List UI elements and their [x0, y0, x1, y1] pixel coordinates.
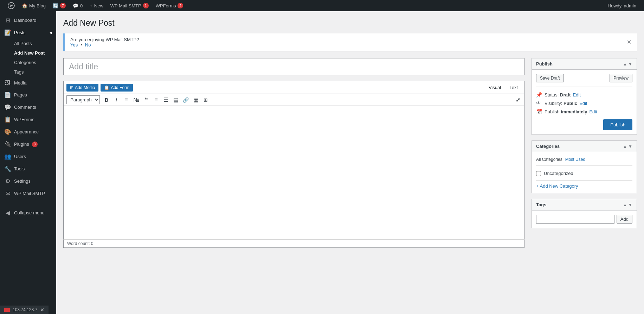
adminbar-site[interactable]: 🏠 My Blog	[18, 0, 49, 11]
notice-text: Are you enjoying WP Mail SMTP?	[70, 37, 139, 42]
align-left-button[interactable]: ≡	[152, 96, 161, 104]
adminbar-comments[interactable]: 💬 0	[69, 0, 86, 11]
text-tab[interactable]: Text	[506, 83, 521, 92]
adminbar-new[interactable]: + New	[86, 0, 107, 11]
add-tag-button[interactable]: Add	[617, 215, 632, 224]
italic-button[interactable]: I	[112, 96, 121, 104]
sidebar-item-posts[interactable]: 📝 Posts ◀	[0, 26, 56, 39]
table-button[interactable]: ▦	[191, 96, 200, 104]
notice-close-button[interactable]: ✕	[627, 39, 631, 45]
unordered-list-button[interactable]: ≡	[122, 96, 131, 104]
sidebar-item-appearance[interactable]: 🎨 Appearance	[0, 126, 56, 138]
editor-word-count: Word count: 0	[63, 239, 524, 248]
publish-panel-body: Save Draft Preview 📌 Status: Draft Edit …	[532, 70, 637, 134]
categories-tabs: All Categories Most Used	[536, 156, 632, 166]
sidebar-item-wpforms[interactable]: 📋 WPForms	[0, 113, 56, 126]
sidebar-item-settings[interactable]: ⚙ Settings	[0, 175, 56, 187]
media-icon: 🖼	[4, 80, 11, 86]
paragraph-select[interactable]: Paragraph	[66, 95, 100, 104]
wp-mail-notice: Are you enjoying WP Mail SMTP? Yes • No …	[63, 33, 637, 51]
all-categories-tab[interactable]: All Categories	[536, 156, 562, 163]
category-uncategorized: Uncategorized	[536, 169, 632, 177]
sidebar-item-all-posts[interactable]: All Posts	[0, 39, 56, 48]
comments-menu-icon: 💬	[4, 104, 11, 111]
tags-panel-header[interactable]: Tags ▲ ▼	[532, 199, 637, 211]
ip-bar: 103.74.123.7 ✕	[0, 306, 49, 314]
publish-time-edit-link[interactable]: Edit	[589, 109, 597, 114]
most-used-tab[interactable]: Most Used	[565, 156, 585, 163]
ip-close-button[interactable]: ✕	[40, 307, 44, 313]
sidebar-item-users[interactable]: 👥 Users	[0, 150, 56, 163]
notice-yes-link[interactable]: Yes	[70, 42, 78, 48]
home-icon: 🏠	[22, 3, 27, 8]
wpforms-badge: 2	[178, 3, 183, 8]
save-draft-button[interactable]: Save Draft	[536, 74, 564, 82]
tags-panel-toggle: ▲ ▼	[623, 202, 632, 207]
sidebar-item-add-new-post[interactable]: Add New Post	[0, 48, 56, 58]
wpforms-icon: 📋	[4, 116, 11, 123]
posts-icon: 📝	[4, 29, 11, 36]
bold-button[interactable]: B	[102, 96, 111, 104]
visual-tab[interactable]: Visual	[485, 83, 504, 92]
status-icon: 📌	[536, 92, 542, 98]
format-toolbar: Paragraph B I ≡ № ❝ ≡ ☰ ▤ 🔗 ▦ ⊞ ⤢	[63, 94, 524, 106]
align-center-button[interactable]: ☰	[161, 95, 170, 104]
sidebar-item-categories[interactable]: Categories	[0, 58, 56, 67]
sidebar-item-dashboard[interactable]: ⊞ Dashboard	[0, 14, 56, 26]
status-edit-link[interactable]: Edit	[573, 92, 580, 98]
tags-input[interactable]	[536, 215, 614, 224]
updates-icon: 🔄	[53, 3, 58, 8]
tags-panel: Tags ▲ ▼ Add	[532, 199, 637, 228]
add-media-icon: ⊞	[70, 85, 73, 90]
insert-button[interactable]: ⊞	[201, 96, 210, 104]
appearance-icon: 🎨	[4, 128, 11, 135]
visibility-edit-link[interactable]: Edit	[579, 101, 587, 106]
editor-content-area[interactable]	[63, 106, 524, 239]
wpmail-badge: 1	[143, 3, 149, 8]
categories-panel-body: All Categories Most Used Uncategorized +…	[532, 152, 637, 193]
visibility-icon: 👁	[536, 100, 542, 106]
adminbar-wp-logo[interactable]: W	[4, 0, 18, 11]
editor-toolbar-top: ⊞ Add Media 📋 Add Form Visual Text	[63, 81, 524, 94]
notice-no-link[interactable]: No	[85, 42, 91, 48]
plus-icon: +	[90, 3, 92, 8]
sidebar-item-pages[interactable]: 📄 Pages	[0, 89, 56, 101]
sidebar-item-tags[interactable]: Tags	[0, 67, 56, 77]
users-icon: 👥	[4, 153, 11, 160]
updates-badge: 7	[60, 3, 66, 8]
blockquote-button[interactable]: ❝	[142, 95, 151, 104]
settings-icon: ⚙	[4, 178, 11, 184]
sidebar-collapse-menu[interactable]: ◀ Collapse menu	[0, 207, 56, 219]
wpmail-icon: ✉	[4, 190, 11, 197]
calendar-icon: 📅	[536, 109, 542, 114]
categories-panel-header[interactable]: Categories ▲ ▼	[532, 141, 637, 152]
sidebar-item-media[interactable]: 🖼 Media	[0, 77, 56, 89]
post-sidebar: Publish ▲ ▼ Save Draft Preview 📌 Status:…	[532, 58, 637, 248]
add-new-category-link[interactable]: + Add New Category	[536, 180, 632, 189]
plugins-badge: 3	[32, 142, 38, 147]
svg-text:W: W	[9, 4, 13, 8]
sidebar-item-comments[interactable]: 💬 Comments	[0, 101, 56, 113]
add-media-button[interactable]: ⊞ Add Media	[66, 84, 98, 92]
align-right-button[interactable]: ▤	[171, 95, 180, 104]
categories-panel: Categories ▲ ▼ All Categories Most Used …	[532, 140, 637, 193]
expand-button[interactable]: ⤢	[515, 95, 521, 104]
publish-button[interactable]: Publish	[603, 119, 632, 130]
admin-sidebar: ⊞ Dashboard 📝 Posts ◀ All Posts Add New …	[0, 11, 56, 314]
publish-panel-header[interactable]: Publish ▲ ▼	[532, 58, 637, 70]
sidebar-item-wpmail-smtp[interactable]: ✉ WP Mail SMTP	[0, 187, 56, 200]
category-uncategorized-checkbox[interactable]	[536, 171, 541, 176]
add-form-button[interactable]: 📋 Add Form	[101, 84, 133, 92]
post-title-input[interactable]	[63, 58, 524, 75]
admin-bar: W 🏠 My Blog 🔄 7 💬 0 + New WP Mail SMTP 1…	[0, 0, 644, 11]
page-title: Add New Post	[63, 18, 637, 28]
ordered-list-button[interactable]: №	[131, 96, 141, 104]
sidebar-item-tools[interactable]: 🔧 Tools	[0, 163, 56, 175]
link-button[interactable]: 🔗	[181, 96, 191, 104]
adminbar-wpmail[interactable]: WP Mail SMTP 1	[107, 0, 152, 11]
adminbar-wpforms[interactable]: WPForms 2	[152, 0, 187, 11]
tags-panel-body: Add	[532, 211, 637, 228]
adminbar-updates[interactable]: 🔄 7	[49, 0, 69, 11]
sidebar-item-plugins[interactable]: 🔌 Plugins 3	[0, 138, 56, 150]
preview-button[interactable]: Preview	[610, 74, 632, 82]
